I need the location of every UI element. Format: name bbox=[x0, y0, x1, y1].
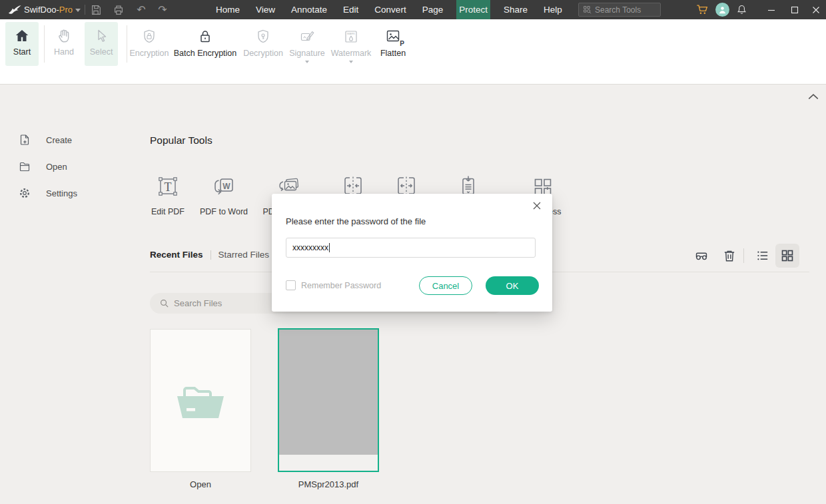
ribbon-divider bbox=[44, 25, 45, 63]
account-avatar[interactable] bbox=[715, 3, 729, 17]
tools-search-placeholder: Search Tools bbox=[595, 5, 641, 15]
tab-recent-files[interactable]: Recent Files bbox=[150, 250, 203, 260]
cart-icon[interactable] bbox=[695, 3, 709, 16]
files-search-placeholder: Search Files bbox=[174, 298, 222, 308]
menu-item-page[interactable]: Page bbox=[421, 0, 445, 19]
menu-item-home[interactable]: Home bbox=[214, 0, 241, 19]
signature-pen-icon bbox=[298, 28, 316, 45]
create-document-icon bbox=[19, 134, 31, 146]
hand-tool-button[interactable]: Hand bbox=[47, 22, 81, 66]
text-caret bbox=[329, 243, 330, 252]
menu-item-help[interactable]: Help bbox=[542, 0, 564, 19]
trash-icon[interactable] bbox=[722, 248, 737, 263]
password-input[interactable]: xxxxxxxxx bbox=[286, 238, 536, 258]
ribbon-toolbar: Start Hand Select Encryption Batc bbox=[0, 19, 826, 85]
print-button[interactable] bbox=[112, 3, 125, 17]
sidebar-item-create[interactable]: Create bbox=[19, 132, 125, 147]
tabs-divider bbox=[210, 250, 211, 260]
app-window: SwifDoo-Pro ↶ ↷ Home View Annotate Edit … bbox=[0, 0, 826, 504]
home-icon bbox=[13, 27, 31, 45]
shield-lock-icon bbox=[141, 28, 158, 45]
svg-text:MARK: MARK bbox=[347, 32, 355, 35]
app-title: SwifDoo-Pro bbox=[24, 0, 73, 19]
start-button[interactable]: Start bbox=[5, 22, 39, 66]
reading-glasses-icon[interactable] bbox=[694, 248, 709, 263]
encryption-button[interactable]: Encryption bbox=[121, 22, 178, 69]
open-card-label: Open bbox=[150, 479, 251, 489]
flatten-button[interactable]: P Flatten bbox=[364, 22, 422, 69]
dialog-message: Please enter the password of the file bbox=[286, 216, 426, 226]
list-view-icon[interactable] bbox=[755, 248, 770, 263]
sidebar-item-settings[interactable]: Settings bbox=[19, 186, 125, 200]
menu-item-annotate[interactable]: Annotate bbox=[290, 0, 328, 19]
pdf-to-word-icon: W bbox=[210, 173, 237, 200]
brand-dropdown-icon[interactable] bbox=[75, 9, 81, 12]
file-card-pmspr2013[interactable] bbox=[278, 328, 379, 472]
save-button[interactable] bbox=[89, 3, 103, 17]
titlebar: SwifDoo-Pro ↶ ↷ Home View Annotate Edit … bbox=[0, 0, 826, 19]
pdf-card-label: PMSpr2013.pdf bbox=[278, 479, 379, 489]
hand-icon bbox=[55, 27, 73, 45]
ok-button[interactable]: OK bbox=[486, 276, 539, 295]
sidebar-item-open[interactable]: Open bbox=[19, 159, 125, 174]
view-toggle-divider bbox=[743, 248, 744, 263]
titlebar-divider bbox=[85, 5, 85, 15]
edit-pdf-icon: T bbox=[155, 173, 181, 200]
minimize-button[interactable] bbox=[761, 0, 781, 19]
menu-item-convert[interactable]: Convert bbox=[373, 0, 407, 19]
tool-edit-pdf[interactable]: T Edit PDF bbox=[137, 173, 199, 216]
redo-button[interactable]: ↷ bbox=[156, 3, 169, 17]
cancel-button[interactable]: Cancel bbox=[419, 276, 472, 295]
remember-password-label: Remember Password bbox=[301, 281, 381, 290]
tab-starred-files[interactable]: Starred Files bbox=[218, 250, 270, 260]
signature-dropdown-icon[interactable] bbox=[305, 61, 309, 63]
svg-text:T: T bbox=[165, 180, 172, 194]
collapse-ribbon-chevron-icon[interactable] bbox=[807, 93, 819, 101]
shield-key-icon bbox=[254, 28, 272, 45]
search-icon bbox=[159, 298, 169, 308]
close-button[interactable] bbox=[806, 0, 826, 19]
tool-pdf-to-word[interactable]: W PDF to Word bbox=[193, 173, 254, 216]
maximize-button[interactable] bbox=[785, 0, 805, 19]
flatten-icon: P bbox=[384, 28, 402, 45]
search-tools-icon bbox=[583, 5, 592, 14]
padlock-icon bbox=[197, 28, 214, 45]
password-dialog: Please enter the password of the file xx… bbox=[272, 194, 552, 312]
folder-icon bbox=[19, 160, 31, 172]
select-tool-button[interactable]: Select bbox=[85, 22, 118, 66]
cursor-icon bbox=[93, 27, 110, 45]
watermark-dropdown-icon[interactable] bbox=[349, 61, 353, 63]
notifications-bell-icon[interactable] bbox=[735, 3, 748, 16]
password-value: xxxxxxxxx bbox=[292, 243, 328, 252]
remember-password-checkbox[interactable] bbox=[286, 280, 296, 290]
app-logo-icon bbox=[8, 3, 21, 15]
menu-item-share[interactable]: Share bbox=[502, 0, 529, 19]
menu-item-edit[interactable]: Edit bbox=[342, 0, 360, 19]
menu-bar: Home View Annotate Edit Convert Page Pro… bbox=[208, 0, 570, 19]
open-folder-icon bbox=[175, 382, 226, 419]
pdf-thumbnail-footer bbox=[279, 455, 378, 471]
undo-button[interactable]: ↶ bbox=[135, 3, 148, 17]
files-tabs: Recent Files Starred Files bbox=[150, 250, 269, 260]
menu-item-protect[interactable]: Protect bbox=[456, 0, 490, 19]
svg-text:W: W bbox=[222, 182, 230, 191]
popular-tools-title: Popular Tools bbox=[150, 134, 212, 146]
gear-icon bbox=[19, 187, 31, 199]
tools-search-input[interactable]: Search Tools bbox=[578, 3, 661, 17]
menu-item-view[interactable]: View bbox=[254, 0, 276, 19]
dialog-close-icon[interactable] bbox=[532, 201, 543, 212]
grid-view-icon bbox=[780, 248, 795, 263]
open-file-card[interactable] bbox=[150, 329, 251, 472]
batch-encryption-button[interactable]: Batch Encryption bbox=[172, 22, 238, 69]
watermark-icon: MARK bbox=[342, 28, 360, 45]
